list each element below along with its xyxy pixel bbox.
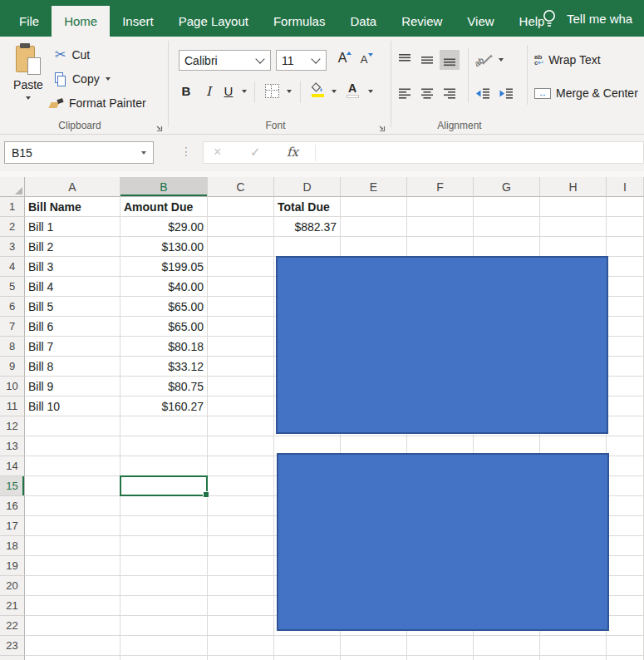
cell-I23[interactable]	[607, 636, 644, 656]
cell-D1[interactable]: Total Due	[274, 197, 341, 217]
cell-A11[interactable]: Bill 10	[25, 396, 120, 416]
cell-C3[interactable]	[208, 237, 274, 257]
row-header-6[interactable]: 6	[0, 297, 25, 317]
row-header-24[interactable]: 24	[0, 656, 25, 660]
italic-button[interactable]: I	[201, 84, 216, 99]
tell-me-box[interactable]: Tell me wha	[542, 0, 632, 37]
cell-G3[interactable]	[474, 237, 540, 257]
cell-B2[interactable]: $29.00	[120, 217, 208, 237]
increase-font-size-button[interactable]: A	[332, 51, 352, 71]
insert-function-icon[interactable]: fx	[287, 145, 298, 160]
decrease-indent-button[interactable]	[473, 83, 493, 103]
cell-B19[interactable]	[120, 556, 208, 576]
cell-B12[interactable]	[120, 416, 208, 436]
cell-A18[interactable]	[25, 536, 120, 556]
cell-F1[interactable]	[407, 197, 474, 217]
underline-dropdown-caret[interactable]	[242, 90, 247, 93]
menu-tab-formulas[interactable]: Formulas	[261, 6, 338, 37]
bottom-align-button[interactable]	[440, 50, 460, 70]
cell-I19[interactable]	[607, 556, 644, 576]
cell-B1[interactable]: Amount Due	[120, 197, 208, 217]
cell-C17[interactable]	[208, 516, 274, 536]
cell-B13[interactable]	[120, 436, 208, 456]
menu-tab-review[interactable]: Review	[389, 6, 455, 37]
cell-C1[interactable]	[208, 197, 274, 217]
row-header-18[interactable]: 18	[0, 536, 25, 556]
cell-I18[interactable]	[607, 536, 644, 556]
column-header-E[interactable]: E	[341, 177, 407, 197]
cell-E1[interactable]	[341, 197, 407, 217]
cell-F2[interactable]	[407, 217, 474, 237]
cell-C9[interactable]	[208, 357, 274, 377]
cell-B17[interactable]	[120, 516, 208, 536]
select-all-button[interactable]	[0, 177, 25, 197]
column-header-F[interactable]: F	[407, 177, 474, 197]
cell-A22[interactable]	[25, 616, 120, 636]
cell-I7[interactable]	[607, 317, 644, 337]
cell-B11[interactable]: $160.27	[120, 396, 208, 416]
cell-A4[interactable]: Bill 3	[25, 257, 120, 277]
merge-center-button[interactable]: ↔ Merge & Center	[534, 83, 638, 103]
cell-C18[interactable]	[208, 536, 274, 556]
row-header-23[interactable]: 23	[0, 636, 25, 656]
font-dialog-launcher[interactable]	[377, 121, 386, 131]
middle-align-button[interactable]	[417, 50, 437, 70]
fill-handle[interactable]	[203, 491, 209, 498]
copy-dropdown-caret[interactable]	[106, 77, 111, 81]
cell-C4[interactable]	[208, 257, 274, 277]
borders-dropdown-caret[interactable]	[287, 90, 292, 93]
rectangle-2[interactable]	[277, 453, 609, 631]
row-header-3[interactable]: 3	[0, 237, 25, 257]
font-color-button[interactable]: A	[345, 83, 360, 98]
cell-I10[interactable]	[607, 377, 644, 396]
cell-I6[interactable]	[607, 297, 644, 317]
cell-C2[interactable]	[208, 217, 274, 237]
decrease-font-size-button[interactable]: A	[354, 51, 374, 71]
cell-C24[interactable]	[208, 656, 274, 660]
clipboard-dialog-launcher[interactable]	[155, 121, 164, 131]
row-header-12[interactable]: 12	[0, 416, 25, 436]
menu-tab-page-layout[interactable]: Page Layout	[166, 6, 261, 37]
menu-tab-file[interactable]: File	[7, 6, 52, 37]
cell-A19[interactable]	[25, 556, 120, 576]
cell-B16[interactable]	[120, 496, 208, 516]
cell-I17[interactable]	[607, 516, 644, 536]
row-header-11[interactable]: 11	[0, 396, 25, 416]
row-header-16[interactable]: 16	[0, 496, 25, 516]
cell-E24[interactable]	[341, 656, 407, 660]
cell-B23[interactable]	[120, 636, 208, 656]
row-header-2[interactable]: 2	[0, 217, 25, 237]
borders-button[interactable]	[265, 84, 279, 98]
selected-cell-B15[interactable]	[120, 475, 208, 496]
paste-button[interactable]: Paste	[7, 42, 50, 123]
column-header-C[interactable]: C	[208, 177, 274, 197]
cell-I12[interactable]	[607, 416, 644, 436]
font-color-dropdown-caret[interactable]	[368, 90, 373, 93]
cell-A5[interactable]: Bill 4	[25, 277, 120, 297]
increase-indent-button[interactable]	[496, 83, 516, 103]
name-box-dropdown-caret[interactable]	[141, 151, 146, 155]
formula-bar-splitter[interactable]: ⋮	[180, 145, 192, 158]
cell-E2[interactable]	[341, 217, 407, 237]
cell-I9[interactable]	[607, 357, 644, 377]
cell-A23[interactable]	[25, 636, 120, 656]
cell-A14[interactable]	[25, 456, 120, 476]
cell-A10[interactable]: Bill 9	[25, 377, 120, 396]
cell-I5[interactable]	[607, 277, 644, 297]
cell-D23[interactable]	[274, 636, 341, 656]
cell-B10[interactable]: $80.75	[120, 377, 208, 396]
cell-C20[interactable]	[208, 576, 274, 596]
underline-button[interactable]: U	[221, 84, 236, 98]
cell-I20[interactable]	[607, 576, 644, 596]
align-right-button[interactable]	[440, 83, 460, 103]
row-header-17[interactable]: 17	[0, 516, 25, 536]
rectangle-1[interactable]	[276, 256, 608, 434]
cell-B21[interactable]	[120, 596, 208, 616]
row-header-13[interactable]: 13	[0, 436, 25, 456]
column-header-A[interactable]: A	[25, 177, 120, 197]
cell-A7[interactable]: Bill 6	[25, 317, 120, 337]
cell-A6[interactable]: Bill 5	[25, 297, 120, 317]
cell-A2[interactable]: Bill 1	[25, 217, 120, 237]
cell-F24[interactable]	[407, 656, 474, 660]
row-header-10[interactable]: 10	[0, 377, 25, 396]
